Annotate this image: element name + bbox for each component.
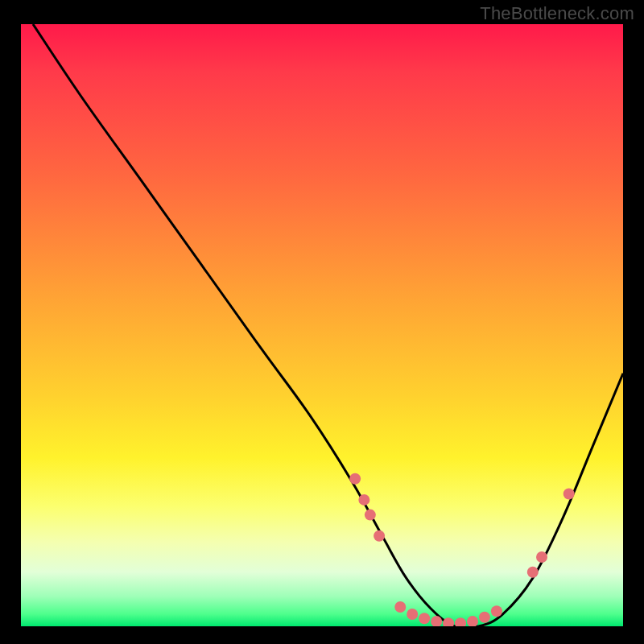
curve-marker	[479, 612, 490, 623]
curve-markers	[349, 473, 575, 626]
curve-marker	[407, 609, 418, 620]
curve-marker	[564, 488, 575, 499]
curve-marker	[394, 601, 406, 613]
curve-marker	[419, 613, 430, 624]
curve-marker	[374, 530, 385, 542]
curve-marker	[349, 473, 361, 485]
chart-frame: TheBottleneck.com	[0, 0, 644, 644]
curve-marker	[358, 494, 369, 506]
curve-marker	[536, 551, 547, 563]
curve-marker	[467, 616, 478, 626]
watermark-text: TheBottleneck.com	[480, 3, 634, 24]
plot-area	[21, 24, 623, 626]
curve-marker	[365, 510, 376, 521]
curve-marker	[455, 617, 466, 626]
curve-marker	[491, 605, 502, 617]
curve-marker	[443, 617, 454, 626]
bottleneck-curve-line	[33, 24, 623, 626]
curve-layer	[21, 24, 623, 626]
curve-marker	[527, 567, 539, 578]
